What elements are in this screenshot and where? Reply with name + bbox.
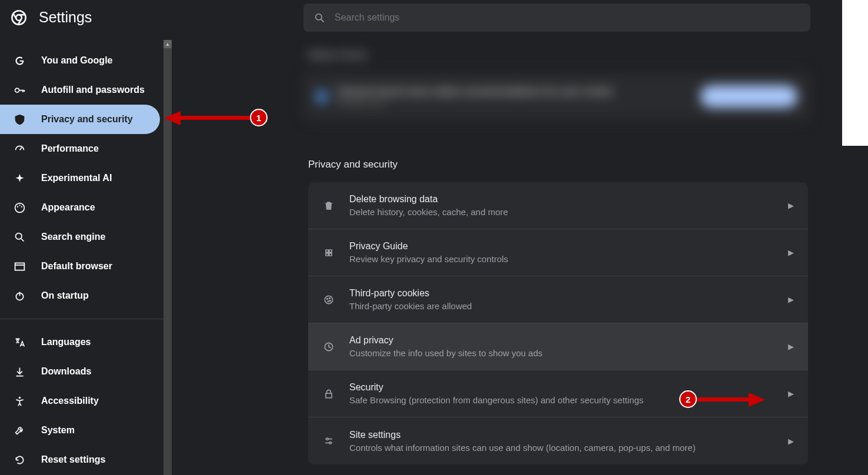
browser-window-icon <box>13 260 26 273</box>
svg-point-5 <box>16 206 18 207</box>
accessibility-icon <box>13 395 26 407</box>
annotation-arrow-1 <box>164 111 181 125</box>
sidebar-item-you-and-google[interactable]: You and Google <box>0 46 163 75</box>
privacy-security-card: Delete browsing data Delete history, coo… <box>308 182 808 464</box>
sidebar-item-performance[interactable]: Performance <box>0 134 163 163</box>
speedometer-icon <box>13 143 26 155</box>
sidebar-item-label: Appearance <box>41 202 95 213</box>
svg-point-13 <box>327 298 328 299</box>
sidebar-item-default-browser[interactable]: Default browser <box>0 252 163 281</box>
row-title: Site settings <box>349 430 774 440</box>
svg-point-11 <box>18 396 21 399</box>
sidebar-item-system[interactable]: System <box>0 416 163 445</box>
chevron-right-icon: ▶ <box>788 389 794 398</box>
google-g-icon <box>13 55 26 67</box>
chevron-right-icon: ▶ <box>788 437 794 446</box>
sidebar-item-on-startup[interactable]: On startup <box>0 281 163 310</box>
row-title: Ad privacy <box>349 335 774 346</box>
row-third-party-cookies[interactable]: Third-party cookies Third-party cookies … <box>308 276 808 323</box>
scroll-up-button[interactable]: ▲ <box>163 40 172 48</box>
sidebar-item-label: Reset settings <box>41 454 105 465</box>
download-icon <box>13 366 26 378</box>
sidebar-container: ▲ You and Google Autofill and passwords … <box>0 40 172 475</box>
chevron-right-icon: ▶ <box>788 201 794 210</box>
svg-point-2 <box>316 14 322 19</box>
row-delete-browsing-data[interactable]: Delete browsing data Delete history, coo… <box>308 182 808 229</box>
translate-icon <box>13 336 26 349</box>
row-privacy-guide[interactable]: Privacy Guide Review key privacy and sec… <box>308 229 808 276</box>
annotation-arrow-2-line <box>697 397 750 402</box>
svg-point-14 <box>329 297 330 299</box>
sidebar-item-languages[interactable]: Languages <box>0 327 163 357</box>
row-site-settings[interactable]: Site settings Controls what information … <box>308 417 808 464</box>
row-text: Security Safe Browsing (protection from … <box>349 382 774 405</box>
palette-icon <box>13 202 26 214</box>
row-text: Privacy Guide Review key privacy and sec… <box>349 241 774 264</box>
row-subtitle: Review key privacy and security controls <box>349 254 774 264</box>
svg-rect-18 <box>326 393 332 398</box>
page-title: Settings <box>39 9 92 26</box>
sidebar-item-label: Accessibility <box>41 396 99 406</box>
sidebar-item-appearance[interactable]: Appearance <box>0 193 163 222</box>
sidebar-item-label: Experimental AI <box>41 173 112 183</box>
svg-point-12 <box>325 296 332 303</box>
sidebar-item-privacy-security[interactable]: Privacy and security <box>0 105 160 134</box>
search-icon <box>314 12 325 24</box>
row-subtitle: Customize the info used by sites to show… <box>349 348 774 358</box>
svg-point-16 <box>330 300 331 301</box>
guide-icon <box>322 247 335 259</box>
svg-point-15 <box>328 300 329 302</box>
ads-icon <box>322 341 335 353</box>
trash-icon <box>322 200 335 212</box>
svg-point-6 <box>19 204 20 205</box>
sidebar-item-autofill[interactable]: Autofill and passwords <box>0 75 163 105</box>
row-text: Ad privacy Customize the info used by si… <box>349 335 774 358</box>
sidebar: You and Google Autofill and passwords Pr… <box>0 40 163 474</box>
reset-icon <box>13 454 26 466</box>
row-security[interactable]: Security Safe Browsing (protection from … <box>308 370 808 417</box>
row-title: Third-party cookies <box>349 288 774 299</box>
sidebar-item-label: Autofill and passwords <box>41 85 145 95</box>
wrench-icon <box>13 424 26 437</box>
cookie-icon <box>322 294 335 306</box>
search-field[interactable] <box>335 12 810 23</box>
row-subtitle: Third-party cookies are allowed <box>349 301 774 311</box>
chrome-icon <box>11 9 27 26</box>
settings-header: Settings <box>11 9 92 26</box>
sidebar-item-label: On startup <box>41 290 89 301</box>
sidebar-item-experimental-ai[interactable]: Experimental AI <box>0 163 163 193</box>
sidebar-item-label: System <box>41 425 75 436</box>
sidebar-item-accessibility[interactable]: Accessibility <box>0 386 163 416</box>
sidebar-item-search-engine[interactable]: Search engine <box>0 222 163 252</box>
scrollbar[interactable]: ▲ <box>163 40 172 475</box>
row-title: Security <box>349 382 774 393</box>
window-edge <box>842 0 868 146</box>
sidebar-item-label: Languages <box>41 337 91 347</box>
annotation-arrow-1-line <box>179 116 250 120</box>
svg-point-8 <box>15 233 22 239</box>
row-title: Delete browsing data <box>349 194 774 205</box>
sidebar-item-label: You and Google <box>41 55 112 66</box>
svg-point-20 <box>329 442 331 444</box>
sidebar-item-label: Downloads <box>41 366 91 377</box>
svg-point-3 <box>15 88 19 92</box>
sparkle-icon <box>13 172 26 185</box>
chevron-right-icon: ▶ <box>788 342 794 351</box>
sidebar-item-label: Search engine <box>41 232 105 242</box>
annotation-arrow-2 <box>749 393 765 407</box>
row-ad-privacy[interactable]: Ad privacy Customize the info used by si… <box>308 323 808 370</box>
svg-point-4 <box>15 203 24 212</box>
safety-check-blurred: Safety Check Chrome found some safety re… <box>303 50 810 138</box>
sliders-icon <box>322 435 335 447</box>
search-icon <box>13 231 26 243</box>
sidebar-item-reset[interactable]: Reset settings <box>0 445 163 474</box>
shield-icon <box>13 113 26 126</box>
sidebar-item-downloads[interactable]: Downloads <box>0 357 163 386</box>
row-subtitle: Controls what information sites can use … <box>349 443 774 453</box>
annotation-2: 2 <box>679 390 697 408</box>
key-icon <box>13 84 26 96</box>
row-title: Privacy Guide <box>349 241 774 252</box>
safety-check-heading: Safety Check <box>308 50 810 61</box>
search-settings-input[interactable] <box>303 4 810 32</box>
svg-point-7 <box>21 206 22 207</box>
